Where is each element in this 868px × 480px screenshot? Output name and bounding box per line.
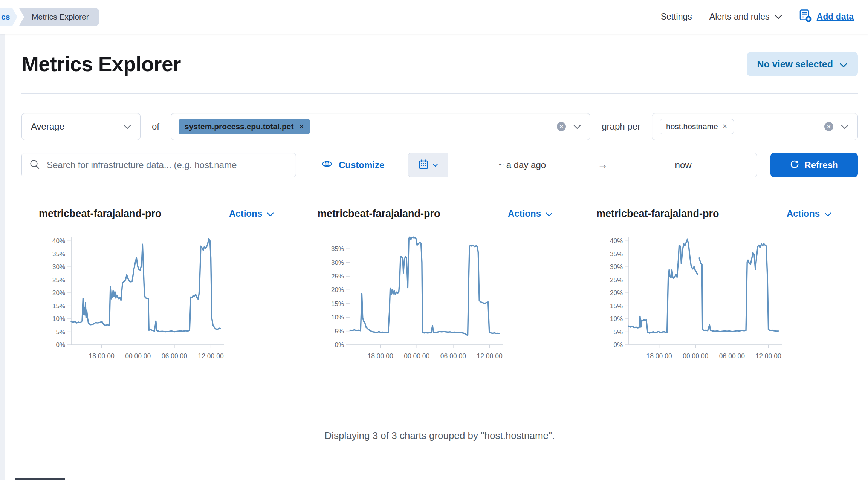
add-data-link[interactable]: Add data [799, 9, 854, 25]
y-tick-label: 35% [610, 251, 623, 258]
x-tick-label: 18:00:00 [368, 352, 393, 360]
y-tick-label: 5% [613, 329, 623, 336]
settings-label: Settings [661, 12, 692, 22]
search-box[interactable] [21, 153, 296, 177]
y-tick-label: 10% [52, 315, 65, 323]
x-tick-label: 12:00:00 [477, 352, 503, 360]
add-data-icon [799, 9, 812, 25]
y-tick-label: 20% [331, 286, 344, 294]
remove-metric-icon[interactable]: × [299, 122, 304, 131]
top-header: cs Metrics Explorer Settings Alerts and … [0, 0, 868, 34]
y-tick-label: 30% [610, 263, 623, 271]
search-and-time-row: Customize [21, 153, 858, 177]
time-range-arrow-icon: → [596, 153, 610, 177]
quick-select-menu[interactable] [408, 153, 448, 177]
chevron-down-icon[interactable] [573, 124, 581, 129]
group-by-chip[interactable]: host.hostname × [660, 119, 734, 134]
y-tick-label: 40% [52, 237, 65, 245]
x-tick-label: 06:00:00 [162, 352, 187, 360]
chevron-down-icon [840, 59, 847, 70]
cpu-usage-chart: 0%5%10%15%20%25%30%35%40%18:00:0000:00:0… [21, 229, 285, 364]
search-input[interactable] [46, 159, 288, 171]
refresh-button[interactable]: Refresh [770, 153, 858, 177]
metric-line [699, 244, 778, 332]
metric-line [71, 239, 220, 332]
charts-summary: Displaying 3 of 3 charts grouped by "hos… [21, 430, 858, 442]
graph-per-label: graph per [602, 121, 640, 132]
chevron-down-icon [546, 208, 553, 219]
chart-actions-menu[interactable]: Actions [229, 208, 274, 219]
chart-actions-label: Actions [229, 208, 262, 219]
remove-group-by-icon[interactable]: × [723, 122, 727, 131]
x-tick-label: 18:00:00 [89, 352, 115, 360]
chevron-down-icon [432, 162, 438, 168]
chart-actions-menu[interactable]: Actions [787, 208, 831, 219]
refresh-icon [790, 159, 799, 171]
breadcrumb-current-label: Metrics Explorer [32, 12, 89, 21]
time-range-end[interactable]: now [610, 153, 757, 177]
y-tick-label: 40% [610, 237, 623, 245]
time-range-picker: ~ a day ago → now [408, 153, 757, 177]
chevron-down-icon[interactable] [841, 124, 848, 129]
metrics-explorer-page: Metrics Explorer No view selected Averag… [5, 34, 868, 480]
chart-title: metricbeat-farajaland-pro [596, 208, 719, 220]
time-range-start-label: ~ a day ago [498, 160, 546, 170]
aggregation-select[interactable]: Average [21, 113, 141, 140]
y-tick-label: 20% [52, 289, 65, 297]
header-actions: Settings Alerts and rules Add data [661, 9, 854, 25]
group-by-combobox[interactable]: host.hostname × ✕ [652, 113, 858, 140]
refresh-label: Refresh [804, 160, 838, 170]
y-tick-label: 25% [610, 277, 623, 284]
x-tick-label: 06:00:00 [440, 352, 466, 360]
alerts-and-rules-menu[interactable]: Alerts and rules [709, 12, 782, 22]
y-tick-label: 10% [331, 314, 344, 321]
search-icon [29, 159, 40, 171]
y-tick-label: 35% [331, 245, 344, 252]
time-range-start[interactable]: ~ a day ago [448, 153, 596, 177]
x-tick-label: 12:00:00 [198, 352, 224, 360]
customize-button[interactable]: Customize [321, 159, 384, 171]
chart-actions-label: Actions [508, 208, 541, 219]
x-tick-label: 06:00:00 [719, 352, 745, 360]
y-tick-label: 20% [610, 289, 623, 297]
clear-metrics-icon[interactable]: ✕ [557, 122, 566, 131]
breadcrumb-parent[interactable]: cs [0, 8, 12, 26]
saved-view-selector[interactable]: No view selected [747, 52, 858, 76]
x-tick-label: 00:00:00 [683, 352, 708, 360]
clear-group-by-icon[interactable]: ✕ [824, 122, 833, 131]
breadcrumb: cs Metrics Explorer [0, 8, 99, 26]
x-tick-label: 00:00:00 [125, 352, 151, 360]
cpu-usage-chart: 0%5%10%15%20%25%30%35%18:00:0000:00:0006… [300, 229, 564, 364]
settings-link[interactable]: Settings [661, 12, 692, 22]
metric-combobox[interactable]: system.process.cpu.total.pct × ✕ [171, 113, 590, 140]
chart-card: metricbeat-farajaland-pro Actions 0%5%10… [21, 206, 300, 364]
x-tick-label: 00:00:00 [404, 352, 429, 360]
y-tick-label: 30% [52, 263, 65, 271]
y-tick-label: 15% [331, 300, 344, 307]
chart-actions-menu[interactable]: Actions [508, 208, 553, 219]
metric-chip[interactable]: system.process.cpu.total.pct × [179, 119, 310, 134]
footer-divider [21, 407, 858, 407]
cpu-usage-chart: 0%5%10%15%20%25%30%35%40%18:00:0000:00:0… [579, 229, 843, 364]
metric-controls-row: Average of system.process.cpu.total.pct … [21, 113, 858, 140]
eye-icon [321, 159, 333, 171]
x-tick-label: 12:00:00 [756, 352, 781, 360]
header-divider [21, 93, 858, 94]
metric-chip-label: system.process.cpu.total.pct [185, 122, 293, 131]
y-tick-label: 5% [56, 329, 65, 336]
saved-view-label: No view selected [757, 59, 833, 70]
y-tick-label: 15% [610, 303, 623, 310]
chevron-down-icon [267, 208, 274, 219]
breadcrumb-current: Metrics Explorer [19, 8, 99, 26]
group-by-chip-label: host.hostname [666, 122, 718, 131]
chevron-down-icon [824, 208, 831, 219]
customize-label: Customize [339, 160, 384, 170]
y-tick-label: 25% [52, 277, 65, 284]
aggregation-value: Average [31, 121, 64, 132]
y-tick-label: 30% [331, 259, 344, 266]
charts-grid: metricbeat-farajaland-pro Actions 0%5%10… [21, 206, 858, 364]
y-tick-label: 0% [613, 341, 623, 349]
time-range-end-label: now [675, 160, 692, 170]
add-data-label: Add data [817, 12, 854, 22]
calendar-icon [418, 159, 429, 171]
